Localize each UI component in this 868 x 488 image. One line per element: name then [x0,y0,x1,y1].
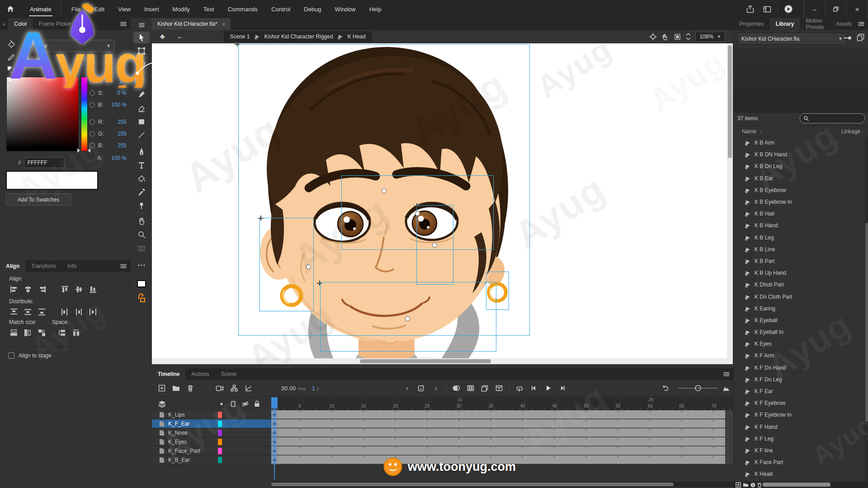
pin-library-icon[interactable] [843,34,852,42]
paint-bucket-tool[interactable] [132,173,151,184]
span-based-selection-icon[interactable] [492,382,506,394]
breadcrumb-current[interactable]: K Head [348,33,366,40]
breadcrumb-scene[interactable]: Scene 1 [230,33,250,40]
menu-item[interactable]: Text [197,0,221,18]
column-name[interactable]: Name [742,128,756,135]
tab-transform[interactable]: Transform [25,260,61,272]
library-item[interactable]: K Earing [734,303,865,314]
menu-item[interactable]: Window [328,0,362,18]
transform-point[interactable] [405,316,410,321]
library-item[interactable]: K Dn Cloth Part [734,291,865,302]
layer-color-chip[interactable] [218,439,222,445]
test-movie-icon[interactable] [780,0,797,18]
layer-color-chip[interactable] [218,412,222,418]
layer-frame-track[interactable] [271,446,733,455]
library-item[interactable]: K F Arm [734,350,865,361]
panel-menu-icon[interactable] [120,18,130,30]
frame-span[interactable] [271,455,725,464]
panel-menu-icon[interactable] [723,368,733,380]
timeline-horizontal-scrollbar[interactable] [271,482,733,487]
library-search-input[interactable] [811,115,861,122]
hue-marker-left[interactable] [77,148,80,153]
distribute-left-icon[interactable] [59,307,71,316]
library-item[interactable]: K B Eyebrow [734,184,865,196]
item-properties-icon[interactable]: i [750,483,755,488]
radio-h[interactable] [90,79,95,84]
hide-layers-eye-icon[interactable] [241,401,249,407]
menu-item[interactable]: Edit [88,0,111,18]
radio-r[interactable] [90,119,95,125]
new-library-panel-icon[interactable] [857,33,864,42]
tab-properties[interactable]: Properties [733,18,770,30]
space-vertical-icon[interactable] [57,328,68,337]
library-item[interactable]: K F Leg [734,433,865,445]
hue-strip[interactable] [81,77,88,151]
add-to-swatches-button[interactable]: Add To Swatches [6,193,71,206]
layer-name[interactable]: K_Lips [168,412,185,418]
delete-item-icon[interactable] [757,483,762,488]
timeline-ruler[interactable]: 1s2s 510152025303540455055606570 [271,397,733,411]
zoom-tool[interactable] [132,229,151,240]
rectangle-tool[interactable] [132,116,151,127]
align-center-horizontal-icon[interactable] [22,285,33,294]
asset-warp-tool[interactable] [132,75,151,87]
layer-color-chip[interactable] [218,448,222,454]
document-tab[interactable]: Kishor Kid CHaracter.fla* × [152,18,231,30]
hand-tool[interactable] [132,215,151,227]
library-item[interactable]: K B Dn Leg [734,160,865,172]
library-search-box[interactable] [800,113,865,123]
library-document-dropdown[interactable]: Kishor Kid CHaracter.fla ▼ [737,33,847,45]
tab-align[interactable]: Align [0,260,25,272]
menu-item[interactable]: Debug [297,0,328,18]
timeline-frame-size-icon[interactable] [719,382,733,394]
library-item[interactable]: K Eyeball In [734,326,865,338]
onion-skin-icon[interactable] [449,382,463,394]
frame-graph-icon[interactable] [241,382,256,394]
hex-color-input[interactable] [24,157,65,168]
stage-vertical-scrollbar[interactable] [727,43,733,364]
library-item[interactable]: K Head [734,468,865,480]
fill-bucket-icon[interactable] [7,39,21,50]
library-item[interactable]: K F Hand [734,421,865,433]
menu-item[interactable]: File [65,0,88,18]
menu-item[interactable]: Commands [221,0,264,18]
align-top-icon[interactable] [59,285,71,294]
column-linkage[interactable]: Linkage [838,128,868,135]
workspace-icon[interactable] [759,0,776,18]
line-tool[interactable] [132,129,151,141]
library-item[interactable]: K Eyes [734,338,865,350]
layer-color-chip[interactable] [218,457,222,463]
menu-item[interactable]: Modify [166,0,197,18]
new-layer-icon[interactable] [155,382,169,394]
panel-menu-icon[interactable] [120,260,130,272]
layer-frame-track[interactable] [271,437,733,446]
library-item[interactable]: K B Up Hand [734,267,865,279]
tab-scene[interactable]: Scene [215,368,242,380]
timeline-layer-row[interactable]: K_Nose [152,428,271,437]
scrollbar-thumb[interactable] [865,223,868,422]
library-item[interactable]: K B Eyebrow In [734,196,865,208]
pin-tool[interactable] [132,200,151,211]
radio-s[interactable] [90,90,95,96]
timeline-layer-row[interactable]: K_Eyes [152,437,271,446]
layer-name[interactable]: K_Nose [168,430,188,436]
lock-layers-icon[interactable] [254,400,260,407]
align-bottom-icon[interactable] [87,285,99,294]
auto-keyframe-icon[interactable]: A [414,382,429,394]
radio-b[interactable] [90,102,95,108]
timeline-layer-row[interactable]: K_Lips [152,410,271,419]
reset-timeline-zoom-icon[interactable] [658,382,673,394]
tab-color[interactable]: Color [8,18,33,30]
selection-box[interactable] [259,218,314,311]
library-horizontal-scrollbar[interactable] [763,483,830,487]
menu-item[interactable]: Insert [137,0,166,18]
step-forward-icon[interactable] [556,382,570,394]
radio-g[interactable] [90,131,95,136]
menu-item[interactable]: Help [363,0,388,18]
library-item[interactable]: K Eyeball [734,314,865,326]
restore-button[interactable] [825,0,846,18]
stage-horizontal-scrollbar[interactable] [152,358,727,364]
layer-frames-area[interactable] [271,410,733,465]
layer-frame-track[interactable] [271,410,733,419]
layer-name[interactable]: K_F_Ear [168,421,189,427]
